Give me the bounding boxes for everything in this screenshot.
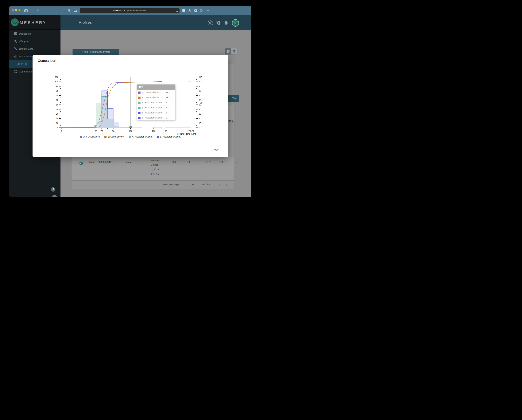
user-avatar[interactable] bbox=[231, 19, 239, 27]
tooltip-row: B: Histogram: Count0 bbox=[137, 115, 175, 120]
row-duration: 15.1 bbox=[185, 161, 190, 163]
previous-page-icon[interactable]: ‹ bbox=[219, 183, 220, 187]
close-button[interactable]: Close bbox=[212, 148, 219, 151]
rows-per-page-value[interactable]: 10 bbox=[187, 183, 190, 186]
cloud-icon[interactable] bbox=[73, 8, 78, 13]
table-view-icon bbox=[232, 50, 235, 53]
forward-button-icon[interactable] bbox=[36, 8, 41, 13]
svg-text:10: 10 bbox=[56, 122, 58, 124]
series-swatch bbox=[138, 117, 140, 119]
svg-text:10: 10 bbox=[199, 122, 201, 124]
svg-text:SMP: SMP bbox=[15, 57, 17, 58]
reload-icon[interactable] bbox=[175, 8, 180, 13]
url-bar[interactable]: localhost:9081/performance/profiles bbox=[80, 8, 180, 13]
legend-item[interactable]: A: Histogram: Count bbox=[129, 135, 152, 138]
comparison-modal: Comparison 00101020203030404050506060707… bbox=[32, 55, 228, 157]
svg-text:90: 90 bbox=[56, 85, 58, 88]
svg-text:30: 30 bbox=[56, 113, 58, 115]
url-path: /performance/profiles bbox=[127, 9, 146, 12]
svg-text:110: 110 bbox=[199, 76, 202, 78]
legend-swatch bbox=[129, 136, 131, 138]
page-title: Profiles bbox=[79, 20, 92, 25]
traffic-light-minimize[interactable] bbox=[15, 9, 17, 11]
browser-window: localhost:9081/performance/profiles bbox=[9, 6, 251, 197]
pagination-bar: Rows per page: 10 1-2 of 2 ‹ › bbox=[72, 180, 234, 189]
speedometer-smp-icon: SMP bbox=[14, 55, 17, 58]
svg-text:90: 90 bbox=[112, 130, 115, 132]
row-profile-name: kuma_1633353794616 bbox=[89, 161, 114, 163]
chart-legend: A: Cumulative % B: Cumulative % A: Histo… bbox=[32, 135, 228, 138]
new-tab-icon[interactable] bbox=[205, 8, 210, 13]
arrow-left-icon[interactable]: ← bbox=[230, 107, 233, 110]
sidebar-item-dashboard[interactable]: Dashboard bbox=[9, 30, 61, 38]
svg-text:50: 50 bbox=[56, 104, 58, 106]
chart-tooltip: 120 A: Cumulative %98.67 B: Cumulative %… bbox=[137, 84, 175, 120]
privacy-shield-icon bbox=[67, 8, 72, 13]
row-p50: 0.078 bbox=[205, 161, 211, 163]
series-swatch bbox=[138, 102, 140, 104]
svg-text:60: 60 bbox=[199, 99, 201, 101]
svg-text:40: 40 bbox=[56, 108, 58, 111]
check-icon bbox=[80, 162, 82, 164]
svg-text:180: 180 bbox=[163, 130, 167, 132]
dropdown-caret-icon[interactable] bbox=[192, 184, 194, 186]
svg-text:100: 100 bbox=[199, 81, 202, 83]
collapse-sidebar-button[interactable] bbox=[52, 195, 57, 197]
svg-text:110: 110 bbox=[55, 76, 58, 78]
next-page-icon[interactable]: › bbox=[226, 183, 227, 187]
mesh-adapters-icon[interactable] bbox=[207, 20, 213, 26]
table-view-button[interactable] bbox=[231, 48, 237, 54]
tools-icon bbox=[14, 47, 17, 50]
legend-item[interactable]: B: Cumulative % bbox=[104, 135, 124, 138]
chart-canvas[interactable]: 0010102020303040405050606070708080909010… bbox=[42, 70, 228, 141]
svg-text:Response time in ms: Response time in ms bbox=[176, 133, 196, 135]
svg-text:120: 120 bbox=[129, 130, 132, 132]
tooltip-header: 120 bbox=[137, 84, 175, 90]
svg-text:100: 100 bbox=[55, 81, 58, 83]
checklist-icon bbox=[14, 70, 17, 73]
sidebar-item-label: Profiles bbox=[21, 63, 30, 66]
tab-overview-icon[interactable] bbox=[199, 8, 204, 13]
svg-text:60: 60 bbox=[56, 99, 58, 101]
help-button[interactable]: ? bbox=[51, 187, 55, 192]
sidebar-toggle-icon[interactable] bbox=[23, 8, 29, 13]
sidebar-item-label: Lifecycle bbox=[19, 40, 29, 43]
legend-item[interactable]: A: Cumulative % bbox=[80, 135, 100, 138]
chevron-left-icon bbox=[54, 196, 55, 197]
notifications-bell-icon[interactable] bbox=[223, 20, 229, 26]
app-grid-icon[interactable] bbox=[181, 8, 186, 13]
svg-text:%: % bbox=[200, 102, 202, 104]
grid-view-button[interactable] bbox=[225, 48, 231, 54]
add-performance-profile-button[interactable]: + Add Performance Profile bbox=[73, 49, 119, 55]
sidebar-item-label: Conformance bbox=[19, 70, 34, 73]
meshery-logo-icon bbox=[11, 18, 19, 26]
row-mesh-name: kuma bbox=[125, 161, 131, 163]
row-chart-icon[interactable] bbox=[236, 161, 238, 163]
settings-gear-icon[interactable] bbox=[215, 20, 221, 26]
svg-text:0: 0 bbox=[57, 127, 58, 129]
back-button-icon[interactable] bbox=[30, 8, 35, 13]
comparison-chart[interactable]: 0010102020303040405050606070708080909010… bbox=[42, 70, 228, 141]
svg-text:20: 20 bbox=[56, 117, 58, 120]
legend-item[interactable]: B: Histogram: Count bbox=[157, 135, 180, 138]
share-icon[interactable] bbox=[187, 8, 192, 13]
row-date: Monday, October 4, 2021 8:23 AM bbox=[142, 158, 168, 176]
sidebar-item-lifecycle[interactable]: Lifecycle bbox=[9, 38, 61, 45]
legend-swatch bbox=[104, 136, 107, 138]
row-p99: 0.221 bbox=[219, 161, 225, 163]
svg-text:70: 70 bbox=[100, 130, 103, 132]
series-swatch bbox=[138, 91, 140, 94]
table-row: kuma_1633353794616 kuma Monday, October … bbox=[72, 157, 234, 180]
svg-text:80: 80 bbox=[199, 90, 201, 92]
series-swatch bbox=[138, 107, 140, 109]
traffic-light-close[interactable] bbox=[12, 9, 14, 11]
tooltip-row: A: Cumulative %98.67 bbox=[137, 90, 175, 95]
row-checkbox[interactable] bbox=[79, 162, 83, 165]
sidebar-item-configuration[interactable]: Configuration bbox=[9, 45, 61, 52]
settings-gear-icon[interactable] bbox=[193, 8, 198, 13]
svg-text:40: 40 bbox=[199, 108, 201, 111]
brand-name: MESHERY bbox=[20, 20, 46, 25]
tooltip-row: B: Cumulative %98.67 bbox=[137, 95, 175, 100]
traffic-light-zoom[interactable] bbox=[18, 9, 21, 11]
series-swatch bbox=[138, 112, 140, 114]
